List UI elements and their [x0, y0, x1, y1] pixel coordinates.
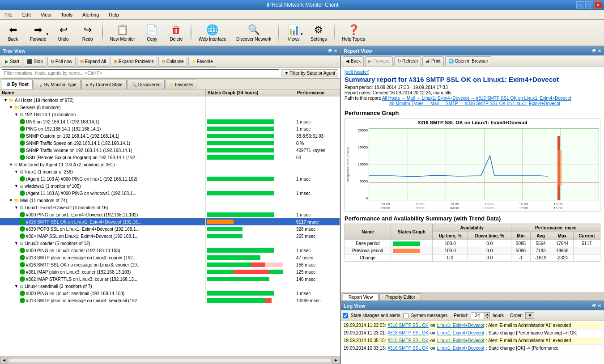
report-close-icon[interactable]: ✕: [598, 49, 601, 53]
report-forward-button[interactable]: ▶ Forward: [365, 56, 393, 66]
open-in-browser-button[interactable]: 🌐 Open in Browser: [445, 56, 491, 66]
order-dropdown-button[interactable]: ▼: [525, 312, 534, 319]
tree-row[interactable]: (Agent 11.103 A) #000 PING on windows1 (…: [0, 190, 340, 197]
tree-row[interactable]: #316 SMTP SSL OK no message on Linux3: c…: [0, 261, 340, 268]
print-button[interactable]: 🖨 Print: [422, 56, 444, 66]
views-button[interactable]: 📊 Views ▼: [282, 21, 305, 45]
scroll-right-btn[interactable]: ▶: [332, 357, 340, 364]
poll-now-button[interactable]: ↻ Poll now: [47, 57, 76, 67]
tree-row[interactable]: ▼ 📁 Mail (11 monitors of 74): [0, 197, 340, 204]
report-restore-icon[interactable]: 🗗: [592, 49, 596, 53]
state-changes-checkbox[interactable]: [343, 313, 348, 318]
start-button[interactable]: ▶ Start: [2, 57, 22, 67]
expand-all-button[interactable]: ⊞ Expand All: [77, 57, 109, 67]
tree-row-selected[interactable]: #316 SMTP SSL OK on Linux1: Exim4+Doveco…: [0, 218, 340, 225]
new-monitor-button[interactable]: 📋 New Monitor: [106, 21, 139, 45]
help-topics-button[interactable]: ❓ Help Topics: [338, 21, 369, 45]
menu-help[interactable]: Help: [106, 11, 122, 18]
period-input[interactable]: [471, 312, 484, 319]
log-host-link[interactable]: Linux1: Exim4+Dovecot: [437, 338, 484, 344]
tree-row[interactable]: PING on 192.168.14.1 (192.168.14.1) 1 ms…: [0, 125, 340, 132]
search-input[interactable]: [2, 69, 279, 77]
state-changes-label: State changes and alerts: [351, 313, 400, 318]
edit-header-link[interactable]: [edit header]: [345, 70, 600, 75]
delete-button[interactable]: 🗑 Delete: [165, 21, 187, 45]
tree-row[interactable]: SNMP Custom on 192.168.14.1 (192.168.14.…: [0, 132, 340, 140]
refresh-button[interactable]: ↻ Refresh: [394, 56, 421, 66]
favorite-button[interactable]: ★ Favorite: [188, 57, 216, 67]
horizontal-scrollbar[interactable]: ◀ ▶: [0, 356, 340, 364]
tree-restore-icon[interactable]: 🗗: [328, 49, 332, 53]
tree-row[interactable]: ▼ 🖥 192.168.14.1 (6 monitors): [0, 111, 340, 118]
tab-by-host[interactable]: 🖥 By Host: [2, 80, 33, 89]
tab-property-editor[interactable]: Property Editor: [379, 293, 421, 301]
tree-row[interactable]: #362 IMAP STARTTLS on Linux3: courier (1…: [0, 275, 340, 283]
log-monitor-link[interactable]: #316 SMTP SSL OK: [388, 322, 429, 329]
web-interface-button[interactable]: 🌐 Web Interface: [195, 21, 230, 45]
status-ok-icon: [20, 298, 25, 303]
tree-row[interactable]: ▼ 🖥 windows1 (1 monitor of 105): [0, 182, 340, 190]
copy-button[interactable]: 📄 Copy: [141, 21, 163, 45]
log-host-link[interactable]: Linux1: Exim4+Dovecot: [437, 330, 484, 336]
close-button[interactable]: ✕: [594, 1, 602, 8]
tree-row[interactable]: #000 PING on Linux3: courier (192.168.13…: [0, 247, 340, 254]
tree-row[interactable]: ▼ 🖥 Linux1: Exim4+Dovecot (4 monitors of…: [0, 204, 340, 211]
tree-row[interactable]: SSH (Remote Script or Program) on 192.16…: [0, 154, 340, 161]
menu-view[interactable]: View: [38, 11, 54, 18]
menu-edit[interactable]: Edit: [20, 11, 34, 18]
redo-button[interactable]: ↪ Redo: [77, 21, 99, 45]
tab-by-current-state[interactable]: ● By Current State: [81, 80, 127, 89]
menu-file[interactable]: File: [2, 11, 15, 18]
menu-tools[interactable]: Tools: [58, 11, 75, 18]
log-host-link[interactable]: Linux1: Exim4+Dovecot: [437, 345, 484, 351]
maximize-button[interactable]: □: [585, 1, 593, 8]
collapse-button[interactable]: ⊟ Collapse: [158, 57, 187, 67]
discover-network-button[interactable]: 🔍 Discover Network: [232, 21, 275, 45]
path-link-1[interactable]: All Hosts → Mail → Linux1: Exim4+Dovecot…: [382, 96, 571, 101]
tree-close-icon[interactable]: ✕: [334, 49, 337, 53]
back-button[interactable]: ⬅ Back: [2, 21, 24, 45]
tree-row[interactable]: #339 POP3 SSL on Linux1: Exim4+Dovecot (…: [0, 225, 340, 233]
tree-row[interactable]: #313 SMTP plain no message on Linux4: se…: [0, 297, 340, 304]
tree-row[interactable]: ▼ 📁 All Hosts (19 monitors of 972): [0, 97, 340, 104]
log-monitor-link[interactable]: #316 SMTP SSL OK: [388, 338, 429, 344]
tree-row[interactable]: ▼ 🖥 Linux3: courier (5 monitors of 12): [0, 240, 340, 247]
spin-down-button[interactable]: ▼: [485, 316, 490, 319]
tree-row[interactable]: #313 SMTP plain no message on Linux3: co…: [0, 254, 340, 261]
tree-row[interactable]: ▼ ⚙ Monitored by Agent 11.103 A (2 monit…: [0, 161, 340, 168]
tab-by-monitor-type[interactable]: 📊 By Monitor Type: [34, 80, 81, 89]
menu-alerting[interactable]: Alerting: [80, 11, 102, 18]
tree-row[interactable]: #364 IMAP SSL on Linux1: Exim4+Dovecot (…: [0, 233, 340, 240]
status-ok-icon: [20, 148, 25, 153]
log-host-link[interactable]: Linux1: Exim4+Dovecot: [437, 322, 484, 329]
tree-row[interactable]: (Agent 11.103 A) #000 PING on linux1 (19…: [0, 175, 340, 182]
tree-row[interactable]: SNMP Traffic Speed on 192.168.14.1 (192.…: [0, 140, 340, 147]
undo-button[interactable]: ↩ Undo: [52, 21, 75, 45]
log-monitor-link[interactable]: #316 SMTP SSL OK: [388, 345, 429, 351]
tree-row[interactable]: ▼ 📁 Servers (6 monitors): [0, 104, 340, 111]
expand-problems-button[interactable]: ⊞ Expand Problems: [111, 57, 157, 67]
report-back-button[interactable]: ◀ Back: [343, 56, 364, 66]
tab-favorites[interactable]: ★ Favorites: [166, 80, 197, 89]
tab-report-view[interactable]: Report View: [343, 293, 379, 301]
path-link-2[interactable]: All Monitor Types → Mail → SMTP → #316 S…: [389, 101, 560, 106]
tree-row[interactable]: #361 IMAP plain on Linux3: courier (192.…: [0, 268, 340, 275]
tree-row[interactable]: DNS on 192.168.14.1 (192.168.14.1) 1 mse…: [0, 118, 340, 125]
filter-button[interactable]: ▼ Filter by State or Agent: [281, 69, 338, 77]
tree-row[interactable]: SNMP Traffic Volume on 192.168.14.1 (192…: [0, 147, 340, 154]
forward-button[interactable]: ➡ Forward ▼: [26, 21, 51, 45]
stop-button[interactable]: ⬛ Stop: [24, 57, 46, 67]
log-restore-icon[interactable]: 🗗: [592, 304, 596, 308]
tree-row[interactable]: #000 PING on Linux4: sendmail (192.168.1…: [0, 290, 340, 297]
system-messages-checkbox[interactable]: [403, 313, 408, 318]
log-monitor-link[interactable]: #316 SMTP SSL OK: [388, 330, 429, 336]
tab-discovered[interactable]: 🔍 Discovered: [128, 80, 165, 89]
scroll-left-btn[interactable]: ◀: [0, 357, 8, 364]
log-close-icon[interactable]: ✕: [598, 304, 601, 308]
tree-row[interactable]: ▼ 🖥 Linux4: sendmail (2 monitors of 7): [0, 283, 340, 290]
tree-row[interactable]: ▼ 🖥 linux1 (1 monitor of 256): [0, 168, 340, 175]
settings-button[interactable]: ⚙ Settings: [306, 21, 331, 45]
minimize-button[interactable]: ─: [576, 1, 584, 8]
spin-up-button[interactable]: ▲: [485, 312, 490, 316]
tree-row[interactable]: #000 PING on Linux1: Exim4+Dovecot (192.…: [0, 211, 340, 218]
